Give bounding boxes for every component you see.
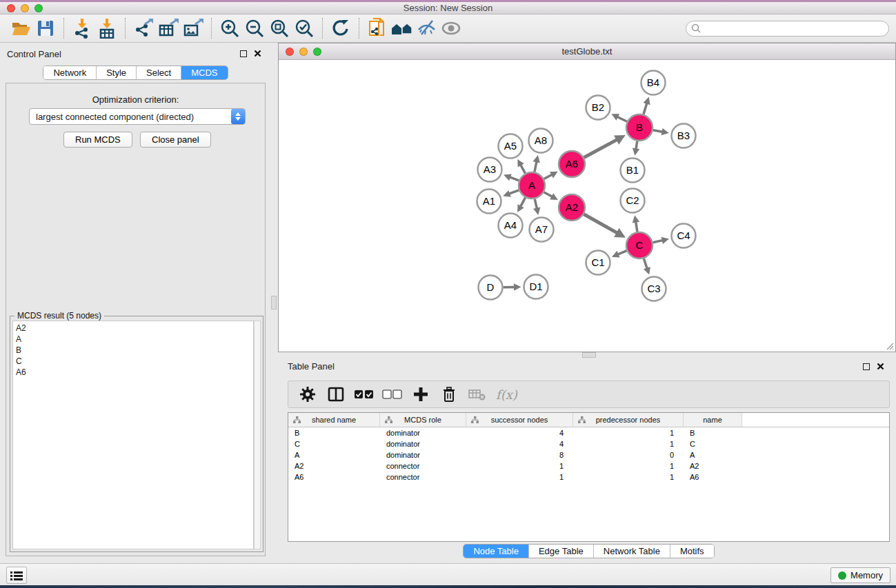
column-header-MCDS-role[interactable]: MCDS role [380, 413, 466, 427]
delete-column-icon[interactable] [438, 384, 460, 405]
tab-style[interactable]: Style [97, 66, 137, 79]
table-cell[interactable]: 1 [466, 473, 573, 481]
table-cell[interactable]: 8 [466, 451, 573, 459]
zoom-out-icon[interactable] [242, 17, 267, 39]
column-header-name[interactable]: name [684, 413, 742, 427]
column-header-shared-name[interactable]: shared name [288, 413, 380, 427]
export-table-icon[interactable] [156, 17, 181, 39]
task-history-button[interactable] [6, 567, 27, 584]
run-mcds-button[interactable]: Run MCDS [63, 132, 132, 148]
select-all-icon[interactable] [353, 384, 375, 405]
table-cell[interactable]: dominator [380, 451, 466, 459]
gear-icon[interactable] [297, 384, 319, 405]
table-cell[interactable]: A6 [288, 473, 380, 481]
horizontal-splitter-handle[interactable] [582, 352, 596, 358]
first-neighbors-icon[interactable] [390, 17, 415, 39]
table-row[interactable]: Cdominator41C [288, 438, 889, 449]
graph-edge-A-A1[interactable] [509, 190, 519, 194]
graph-edge-C-C3[interactable] [644, 258, 647, 269]
tab-node-table[interactable]: Node Table [464, 545, 529, 558]
criterion-dropdown[interactable]: largest connected component (directed) [29, 108, 246, 125]
table-cell[interactable]: A2 [288, 462, 380, 470]
float-table-panel-icon[interactable] [863, 363, 870, 370]
zoom-selected-icon[interactable] [292, 17, 317, 39]
graph-edge-A-A3[interactable] [510, 177, 519, 181]
result-item[interactable]: A2 [16, 323, 253, 334]
search-input[interactable] [704, 22, 888, 34]
table-cell[interactable]: 1 [466, 462, 573, 470]
tab-motifs[interactable]: Motifs [670, 545, 714, 558]
result-list-scrollbar[interactable] [254, 321, 261, 549]
result-item[interactable]: C [16, 356, 253, 367]
import-table-icon[interactable] [94, 17, 119, 39]
close-panel-button[interactable]: Close panel [140, 132, 211, 148]
table-cell[interactable]: A2 [684, 462, 742, 470]
open-file-icon[interactable] [8, 17, 33, 39]
vertical-splitter-handle[interactable] [271, 296, 277, 310]
table-row[interactable]: A2connector11A2 [288, 460, 889, 472]
table-cell[interactable]: 1 [573, 462, 684, 470]
table-row[interactable]: Bdominator41B [288, 427, 889, 438]
zoom-in-icon[interactable] [217, 17, 242, 39]
graph-edge-A-A5[interactable] [521, 165, 526, 173]
table-cell[interactable]: connector [380, 462, 466, 470]
hide-selected-icon[interactable] [415, 17, 439, 39]
graph-edge-A6-B[interactable] [584, 140, 617, 158]
graph-edge-C-C2[interactable] [636, 222, 637, 232]
table-cell[interactable]: 1 [573, 440, 684, 448]
tab-network-table[interactable]: Network Table [594, 545, 670, 558]
table-cell[interactable]: dominator [380, 429, 466, 437]
result-item[interactable]: A6 [16, 367, 253, 378]
save-session-icon[interactable] [33, 17, 58, 39]
table-cell[interactable]: 1 [573, 429, 684, 437]
import-network-icon[interactable] [70, 17, 94, 39]
graph-edge-A-A6[interactable] [544, 174, 552, 179]
graph-edge-B-B2[interactable] [617, 116, 627, 121]
table-cell[interactable]: B [684, 429, 742, 437]
column-view-icon[interactable] [325, 384, 347, 405]
result-item[interactable]: B [16, 345, 253, 356]
network-window-titlebar[interactable]: testGlobe.txt [279, 43, 895, 60]
graph-edge-A2-C[interactable] [584, 214, 617, 233]
close-panel-icon[interactable] [254, 50, 261, 57]
close-table-panel-icon[interactable] [877, 363, 884, 370]
graph-edge-C-C4[interactable] [653, 241, 663, 243]
search-field[interactable] [686, 21, 889, 37]
table-cell[interactable]: 0 [573, 451, 684, 459]
tab-select[interactable]: Select [137, 66, 181, 79]
float-panel-icon[interactable] [240, 50, 247, 57]
table-cell[interactable]: B [288, 429, 380, 437]
new-network-from-selection-icon[interactable] [365, 17, 390, 39]
result-item[interactable]: A [16, 334, 253, 345]
tab-network[interactable]: Network [43, 66, 97, 79]
graph-edge-C-C1[interactable] [618, 251, 627, 254]
table-cell[interactable]: A [288, 451, 380, 459]
table-cell[interactable]: connector [380, 473, 466, 481]
column-header-predecessor-nodes[interactable]: predecessor nodes [573, 413, 684, 427]
export-image-icon[interactable] [181, 17, 206, 39]
table-cell[interactable]: C [684, 440, 742, 448]
graph-edge-A-A4[interactable] [521, 198, 526, 207]
tab-mcds[interactable]: MCDS [181, 66, 227, 79]
table-cell[interactable]: 1 [573, 473, 684, 481]
graph-edge-B-B4[interactable] [644, 103, 647, 114]
table-cell[interactable]: A [684, 451, 742, 459]
deselect-all-icon[interactable] [381, 384, 404, 405]
show-all-icon[interactable] [439, 17, 464, 39]
graph-edge-B-B1[interactable] [636, 141, 637, 150]
graph-edge-A-A7[interactable] [535, 199, 537, 209]
export-network-icon[interactable] [131, 17, 156, 39]
table-cell[interactable]: C [288, 440, 380, 448]
graph-edge-A-A2[interactable] [544, 192, 552, 197]
table-row[interactable]: A6connector11A6 [288, 472, 889, 483]
mcds-result-list[interactable]: A2ABCA6 [12, 321, 254, 549]
graph-edge-A-A8[interactable] [535, 161, 537, 172]
graph-edge-B-B3[interactable] [653, 130, 663, 132]
column-header-successor-nodes[interactable]: successor nodes [466, 413, 573, 427]
memory-button[interactable]: Memory [830, 567, 890, 583]
add-column-icon[interactable] [410, 384, 432, 405]
tab-edge-table[interactable]: Edge Table [529, 545, 594, 558]
table-cell[interactable]: 4 [466, 440, 573, 448]
refresh-icon[interactable] [328, 17, 353, 39]
table-cell[interactable]: A6 [684, 473, 742, 481]
